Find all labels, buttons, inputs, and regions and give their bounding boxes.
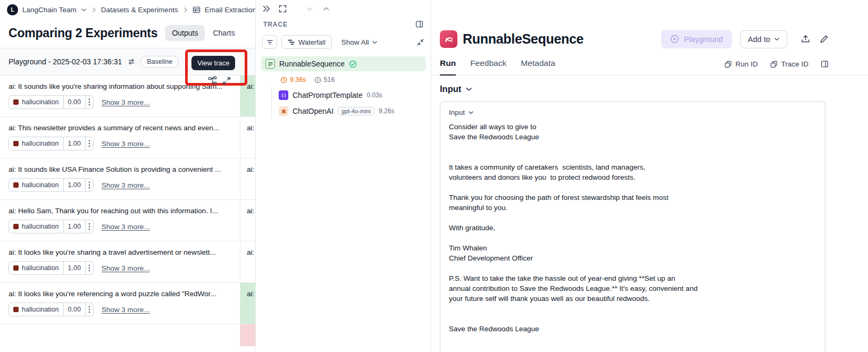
trace-node-child[interactable]: ChatOpenAI gpt-4o-mini 9.26s (278, 103, 425, 119)
tab-feedback[interactable]: Feedback (470, 53, 506, 75)
tab-charts[interactable]: Charts (206, 25, 241, 41)
metric-score: 0.00 (63, 96, 85, 108)
peer-cell[interactable]: ai: (240, 200, 255, 241)
show-all-label: Show All (341, 38, 369, 46)
experiment-name[interactable]: Playground - 2025-02-03 17:36:31 (9, 57, 122, 66)
show-all-dropdown[interactable]: Show All (341, 38, 378, 46)
show-more-link[interactable]: Show 3 more... (102, 98, 150, 106)
trace-panel: TRACE Waterfall Show All (256, 0, 431, 352)
playground-label: Playground (684, 35, 723, 44)
filter-button[interactable] (262, 35, 277, 49)
annotation-highlight-box: View trace (185, 49, 247, 86)
side-panel-icon[interactable] (821, 60, 829, 68)
model-badge: gpt-4o-mini (338, 107, 374, 115)
feedback-chip[interactable]: hallucination 0.00 (9, 303, 94, 316)
baseline-badge: Baseline (141, 56, 178, 68)
table-row[interactable]: ai: Hello Sam, Thank you for reaching ou… (0, 200, 255, 241)
peer-cell[interactable]: ai: (240, 283, 255, 324)
metric-score: 1.00 (63, 262, 85, 274)
prompt-template-icon (279, 90, 288, 100)
add-to-label: Add to (748, 35, 770, 44)
feedback-chip[interactable]: hallucination 1.00 (9, 178, 94, 192)
expand-trace-icon[interactable] (222, 77, 231, 85)
dots-menu-icon[interactable] (85, 262, 93, 274)
metric-score: 1.00 (63, 220, 85, 233)
clock-icon (280, 77, 287, 83)
run-header: RunnableSequence Playground Add to (440, 30, 829, 48)
trace-tree: RunnableSequence 9.36s 516 (256, 53, 431, 119)
tab-run[interactable]: Run (440, 53, 456, 76)
trace-header: TRACE (256, 15, 431, 29)
sequence-icon (265, 59, 275, 69)
copy-run-id[interactable]: Run ID (724, 60, 758, 68)
collapse-all-icon[interactable] (416, 38, 424, 46)
collapse-panel-icon[interactable] (262, 5, 270, 13)
dots-menu-icon[interactable] (85, 220, 93, 233)
duration-value: 0.03s (367, 91, 382, 99)
show-more-link[interactable]: Show 3 more... (102, 306, 150, 314)
chevron-down-icon[interactable] (81, 7, 87, 13)
trace-node-child[interactable]: ChatPromptTemplate 0.03s (278, 87, 425, 103)
feedback-chip[interactable]: hallucination 1.00 (9, 261, 94, 275)
input-section-header[interactable]: Input (440, 84, 825, 94)
breadcrumb-datasets[interactable]: Datasets & Experiments (101, 6, 178, 14)
add-to-button[interactable]: Add to (740, 30, 787, 48)
swap-columns-icon[interactable] (128, 58, 135, 65)
show-more-link[interactable]: Show 3 more... (102, 223, 150, 231)
duration-value: 9.36s (290, 76, 306, 83)
org-logo[interactable]: L (7, 4, 18, 15)
dots-menu-icon[interactable] (85, 137, 93, 150)
dots-menu-icon[interactable] (85, 96, 93, 108)
breadcrumb: L LangChain Team Datasets & Experiments … (0, 0, 255, 19)
feedback-chip[interactable]: hallucination 1.00 (9, 220, 94, 233)
table-row[interactable]: ai: This newsletter provides a summary o… (0, 117, 255, 158)
trace-panel-controls (256, 0, 431, 15)
hallucination-icon (13, 265, 19, 271)
run-detail-panel: RunnableSequence Playground Add to Run F… (431, 0, 868, 352)
view-trace-icon[interactable] (208, 76, 217, 85)
prev-run-icon[interactable] (306, 5, 314, 13)
trace-node-root[interactable]: RunnableSequence (261, 56, 425, 71)
share-icon[interactable] (801, 35, 810, 44)
dataset-icon (193, 6, 201, 14)
run-id-label: Run ID (736, 60, 758, 68)
show-more-link[interactable]: Show 3 more... (102, 264, 150, 272)
tab-metadata[interactable]: Metadata (521, 53, 555, 75)
waterfall-button[interactable]: Waterfall (281, 35, 332, 49)
output-text: ai: Hello Sam, Thank you for reaching ou… (9, 207, 235, 215)
feedback-chip[interactable]: hallucination 1.00 (9, 137, 94, 150)
table-row[interactable]: ai: It sounds like USA Finance Solution … (0, 158, 255, 200)
dots-menu-icon[interactable] (85, 179, 93, 191)
side-panel-icon[interactable] (415, 20, 423, 28)
peer-cell[interactable]: ai: (240, 158, 255, 199)
metric-score: 0.00 (63, 303, 85, 316)
next-run-icon[interactable] (322, 5, 330, 13)
peer-cell[interactable]: ai: (240, 241, 255, 282)
copy-trace-id[interactable]: Trace ID (770, 60, 808, 68)
output-text: ai: It looks like you're sharing a trave… (9, 248, 235, 256)
hallucination-icon (13, 182, 19, 188)
edit-pencil-icon[interactable] (820, 35, 829, 44)
peer-cell[interactable] (240, 324, 255, 346)
show-more-link[interactable]: Show 3 more... (102, 181, 150, 189)
tab-outputs[interactable]: Outputs (165, 25, 205, 41)
page-header: Comparing 2 Experiments Outputs Charts (0, 19, 255, 48)
feedback-chip[interactable]: hallucination 0.00 (9, 95, 94, 109)
peer-cell[interactable]: ai: (240, 117, 255, 158)
breadcrumb-dataset-name[interactable]: Email Extraction (205, 6, 256, 14)
fullscreen-icon[interactable] (279, 5, 287, 13)
output-text: ai: It sounds like USA Finance Solution … (9, 165, 235, 173)
breadcrumb-team[interactable]: LangChain Team (22, 6, 77, 14)
input-section-label: Input (440, 84, 461, 94)
dots-menu-icon[interactable] (85, 303, 93, 316)
input-view-dropdown[interactable]: Input (449, 108, 816, 116)
metric-label: hallucination (22, 140, 59, 147)
playground-button[interactable]: Playground (661, 30, 732, 48)
table-row[interactable] (0, 324, 255, 346)
table-row[interactable]: ai: It looks like you're referencing a w… (0, 283, 255, 324)
show-more-link[interactable]: Show 3 more... (102, 140, 150, 148)
table-row[interactable]: ai: It looks like you're sharing a trave… (0, 241, 255, 283)
trace-toolbar: Waterfall Show All (256, 29, 431, 53)
input-card: Input Consider all ways to give to Save … (440, 101, 825, 352)
run-tabs: Run Feedback Metadata Run ID Trace ID (431, 53, 868, 76)
